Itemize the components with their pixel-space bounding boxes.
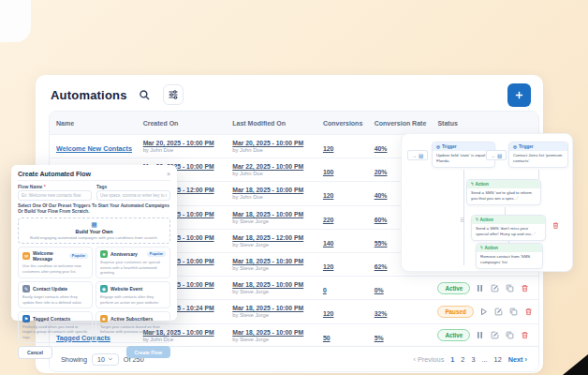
filter-button[interactable] [163, 84, 184, 105]
column-header-conversions[interactable]: Conversions [323, 120, 375, 127]
duplicate-icon[interactable] [505, 283, 515, 293]
pagination-page-3[interactable]: 3 [471, 355, 475, 364]
conversions-link[interactable]: 120 [323, 310, 334, 317]
preset-card[interactable]: ★AnniversaryPopularSurprise your custome… [96, 247, 170, 278]
delete-action-icon[interactable] [551, 217, 560, 225]
column-header-status[interactable]: Status [437, 120, 538, 127]
close-icon[interactable]: × [167, 171, 170, 177]
conversion-rate-link[interactable]: 0% [375, 287, 384, 293]
preset-title: Welcome Message [33, 250, 66, 262]
created-date-link[interactable]: Mar 20, 2025 - 10:00 PM [143, 140, 233, 146]
flow-name-input[interactable] [18, 190, 92, 201]
conversions-link[interactable]: 220 [323, 217, 334, 223]
action-icon: ϟ [471, 182, 473, 187]
drag-handle-icon[interactable]: ⠿ [460, 217, 463, 223]
modified-date-link[interactable]: Mar 22, 2025 - 10:00 PM [232, 163, 323, 170]
modified-date-link[interactable]: Mar 18, 2025 - 10:30 PM [232, 258, 323, 264]
preset-title: Anniversary [110, 251, 138, 257]
column-header-rate[interactable]: Conversion Rate [375, 120, 438, 127]
play-icon[interactable] [478, 307, 489, 317]
modified-by-text: by Steve Jorge [232, 312, 323, 318]
trigger-icon: ◎ [436, 144, 440, 149]
preset-title: Active Subscribers [110, 316, 153, 322]
pagination-page-1[interactable]: 1 [450, 355, 454, 364]
pause-icon[interactable] [475, 330, 485, 340]
preset-card[interactable]: ◉Website EventEngage with contacts after… [96, 281, 170, 308]
modified-date-link[interactable]: Mar 18, 2025 - 10:00 PM [232, 305, 323, 311]
conversions-link[interactable]: 140 [323, 240, 334, 247]
delete-icon[interactable] [520, 283, 530, 293]
conversion-rate-link[interactable]: 5% [375, 335, 384, 341]
column-header-created[interactable]: Created On [143, 120, 233, 127]
conversions-link[interactable]: 100 [323, 169, 334, 175]
conversion-rate-link[interactable]: 32% [375, 310, 388, 317]
pagination-page-2[interactable]: 2 [461, 355, 464, 364]
pagination: ‹ Previous 1 2 3 ... 12 Next › [413, 355, 527, 364]
flow-node-chip[interactable]: →▤ [407, 150, 428, 160]
modified-date-link[interactable]: Mar 18, 2025 - 10:00 PM [232, 211, 323, 218]
conversions-link[interactable]: 120 [323, 145, 334, 152]
action-text: Send a SMS 'we're glad to inform you tha… [467, 188, 540, 204]
conversions-link[interactable]: 120 [323, 263, 334, 270]
conversion-rate-link[interactable]: 40% [375, 145, 388, 152]
preset-description: Engage with contacts after they perform … [100, 294, 166, 305]
build-your-own-card[interactable]: ▦ Build Your Own Build engaging automate… [18, 218, 170, 244]
preset-card[interactable]: ⚑Tagged ContactsPerfectly used when you … [18, 311, 93, 343]
conversion-rate-link[interactable]: 40% [375, 192, 388, 199]
preset-description: Perfectly used when you need to target a… [22, 324, 88, 339]
preset-icon: ☻ [100, 315, 108, 322]
automation-name-link[interactable]: Welcome New Contacts [56, 144, 132, 153]
trigger-card-2[interactable]: ◎Trigger Contact Joins list 'premium con… [508, 142, 568, 168]
delete-icon[interactable] [520, 330, 530, 340]
search-icon[interactable] [135, 84, 155, 105]
action-card-3[interactable]: ϟAction Remove contact from 'SMS campaig… [476, 243, 543, 269]
conversions-link[interactable]: 50 [323, 335, 331, 341]
conversion-rate-link[interactable]: 55% [375, 240, 388, 247]
preset-card[interactable]: ☻Active SubscribersTarget your contacts … [96, 311, 170, 343]
edit-icon[interactable] [490, 330, 500, 340]
pagination-next[interactable]: Next › [508, 355, 527, 364]
conversion-rate-link[interactable]: 20% [375, 169, 388, 175]
create-flow-button[interactable]: Create Flow [126, 346, 170, 358]
delete-icon[interactable] [523, 307, 534, 317]
status-badge: Active [437, 282, 470, 294]
add-automation-button[interactable] [507, 83, 531, 107]
action-label: Action [475, 182, 488, 187]
modal-description: Select One Of Our Preset Triggers To Sta… [18, 203, 170, 215]
modified-date-link[interactable]: Mar 18, 2025 - 10:00 PM [232, 281, 323, 288]
duplicate-icon[interactable] [505, 330, 515, 340]
preset-card[interactable]: ✉Welcome MessagePopularUse this conditio… [18, 247, 93, 278]
action-card-2[interactable]: ϟAction Send a SMS 'don't miss your spec… [471, 215, 546, 241]
conversions-link[interactable]: 120 [323, 192, 334, 199]
preset-title: Website Event [110, 286, 142, 292]
created-by-text: by John Doe [143, 147, 233, 153]
edit-icon[interactable] [490, 283, 500, 293]
conversion-rate-link[interactable]: 60% [375, 217, 388, 223]
modified-date-link[interactable]: Mar 20, 2025 - 10:00 PM [232, 140, 323, 146]
preset-icon: ✎ [22, 285, 30, 292]
column-header-name[interactable]: Name [50, 120, 143, 127]
preset-grid: ✉Welcome MessagePopularUse this conditio… [18, 247, 170, 343]
preset-icon: ⚑ [22, 315, 30, 322]
action-card-1[interactable]: ϟAction Send a SMS 'we're glad to inform… [466, 179, 541, 205]
conversion-rate-link[interactable]: 62% [375, 263, 388, 270]
chevron-right-icon: › [525, 355, 527, 364]
tags-input[interactable] [96, 190, 170, 201]
flow-connector [505, 207, 506, 215]
modified-date-link[interactable]: Mar 18, 2025 - 10:00 PM [232, 187, 323, 193]
pagination-page-12[interactable]: 12 [494, 355, 502, 364]
pagination-previous[interactable]: ‹ Previous [413, 355, 444, 364]
modified-date-link[interactable]: Mar 18, 2025 - 12:00 PM [232, 234, 323, 241]
column-header-modified[interactable]: Last Modified On [232, 120, 323, 127]
trigger-label: Trigger [519, 144, 534, 149]
modified-date-link[interactable]: Mar 18, 2025 - 10:00 PM [232, 329, 323, 336]
preset-card[interactable]: ✎Contact UpdateEasily target contacts wh… [18, 281, 93, 308]
duplicate-icon[interactable] [508, 307, 519, 317]
flow-preview-panel: →▤ ◎Trigger Update field 'state' is equa… [401, 133, 573, 272]
cancel-button[interactable]: Cancel [18, 346, 52, 359]
edit-icon[interactable] [493, 307, 504, 317]
conversions-link[interactable]: 0 [323, 287, 327, 293]
pause-icon[interactable] [475, 283, 485, 293]
flow-node-chip[interactable]: →▤ [486, 150, 507, 160]
flow-name-label: Flow Name * [18, 184, 92, 189]
